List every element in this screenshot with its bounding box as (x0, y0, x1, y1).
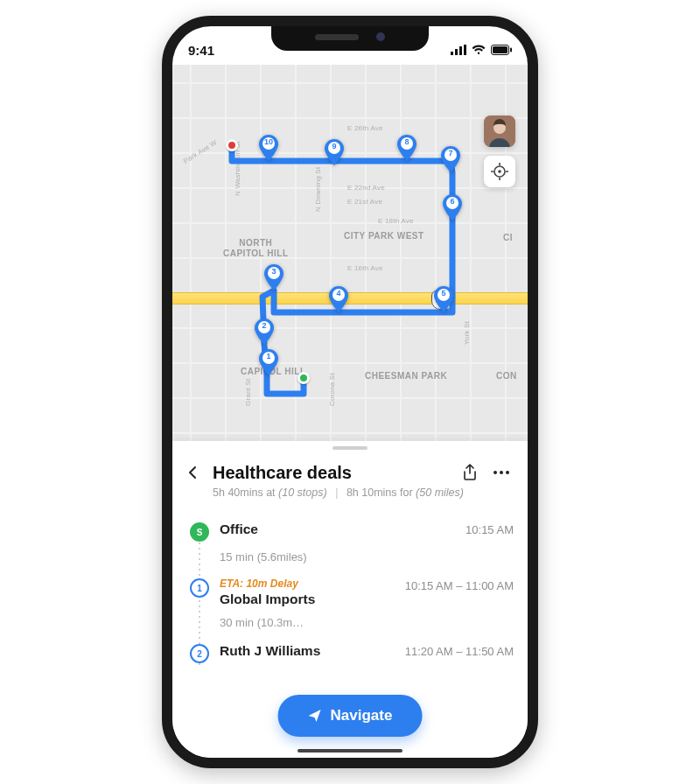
map-pin-2[interactable]: 2 (255, 318, 274, 345)
stop-time: 11:20 AM – 11:50 AM (405, 645, 514, 658)
more-button[interactable] (489, 460, 514, 485)
svg-rect-6 (510, 48, 512, 52)
stop-name: Ruth J Williams (220, 643, 395, 659)
svg-point-27 (506, 471, 509, 474)
svg-rect-1 (455, 49, 458, 55)
sheet-header: Healthcare deals (172, 450, 528, 486)
share-button[interactable] (458, 460, 482, 485)
stop-main: ETA: 10m DelayGlobal Imports (220, 578, 395, 607)
stop-eta: ETA: 10m Delay (220, 578, 395, 590)
svg-point-20 (498, 170, 501, 173)
cellular-icon (451, 45, 466, 55)
summary-travel: 8h 10mins for (346, 486, 413, 499)
summary-sep: | (335, 486, 338, 499)
stop-name: Global Imports (220, 592, 395, 607)
segment-info: 15 min (5.6miles) (190, 545, 514, 569)
map-pin-8[interactable]: 8 (397, 135, 416, 161)
stops-list: SOffice10:15 AM15 min (5.6miles)1ETA: 10… (172, 509, 528, 667)
route-start-dot (298, 372, 310, 384)
profile-avatar[interactable] (484, 116, 515, 147)
stop-main: Office (220, 522, 455, 537)
navigate-label: Navigate (331, 707, 393, 724)
sheet-title: Healthcare deals (213, 463, 451, 483)
map-pin-10[interactable]: 10 (259, 135, 278, 161)
route-end-dot (226, 139, 238, 151)
route-polyline (172, 65, 528, 441)
svg-rect-3 (464, 45, 466, 55)
stop-time: 10:15 AM – 11:00 AM (405, 579, 514, 592)
svg-rect-2 (459, 46, 462, 55)
summary-stops: (10 stops) (278, 486, 327, 499)
crosshair-icon (491, 163, 508, 180)
back-button[interactable] (181, 460, 206, 485)
battery-icon (491, 45, 512, 55)
stop-row[interactable]: 1ETA: 10m DelayGlobal Imports10:15 AM – … (190, 569, 514, 611)
stop-time: 10:15 AM (466, 523, 514, 536)
segment-info: 30 min (10.3m… (190, 611, 514, 634)
svg-rect-5 (493, 46, 508, 53)
map[interactable]: CITY PARK WEST NORTH CAPITOL HILL CAPITO… (172, 65, 528, 441)
map-pin-1[interactable]: 1 (259, 349, 278, 375)
stop-row[interactable]: SOffice10:15 AM (190, 513, 514, 545)
chevron-left-icon (186, 465, 201, 480)
map-pin-3[interactable]: 3 (264, 264, 284, 290)
map-pin-5[interactable]: 5 (434, 286, 453, 312)
status-time: 9:41 (188, 43, 214, 58)
stop-badge: 2 (190, 644, 209, 663)
navigate-arrow-icon (308, 709, 322, 723)
status-right (451, 45, 512, 55)
svg-point-26 (500, 471, 503, 474)
phone-notch (271, 26, 429, 51)
share-icon (462, 464, 478, 481)
svg-point-25 (494, 471, 497, 474)
more-horizontal-icon (493, 470, 510, 475)
screen: 9:41 CITY PARK WEST NORTH CAPITOL HILL C… (172, 26, 528, 758)
bottom-sheet[interactable]: Healthcare deals 5h 40mins at (10 stops)… (172, 441, 528, 758)
svg-rect-0 (451, 52, 453, 55)
stop-badge: S (190, 522, 209, 542)
map-controls (484, 116, 515, 187)
sheet-summary: 5h 40mins at (10 stops) | 8h 10mins for … (172, 486, 528, 509)
stop-row[interactable]: 2Ruth J Williams11:20 AM – 11:50 AM (190, 634, 514, 667)
map-pin-4[interactable]: 4 (329, 286, 348, 312)
recenter-button[interactable] (484, 156, 515, 187)
navigate-button[interactable]: Navigate (278, 695, 423, 737)
summary-dist: (50 miles) (416, 486, 464, 499)
map-pin-9[interactable]: 9 (325, 139, 344, 165)
home-indicator (298, 749, 402, 752)
map-pin-7[interactable]: 7 (441, 146, 460, 172)
map-pin-6[interactable]: 6 (443, 194, 462, 220)
wifi-icon (472, 45, 486, 55)
stop-main: Ruth J Williams (220, 643, 395, 659)
summary-duration: 5h 40mins at (213, 486, 276, 499)
phone-frame: 9:41 CITY PARK WEST NORTH CAPITOL HILL C… (162, 16, 538, 768)
stop-name: Office (220, 522, 455, 537)
stop-badge: 1 (190, 578, 209, 598)
